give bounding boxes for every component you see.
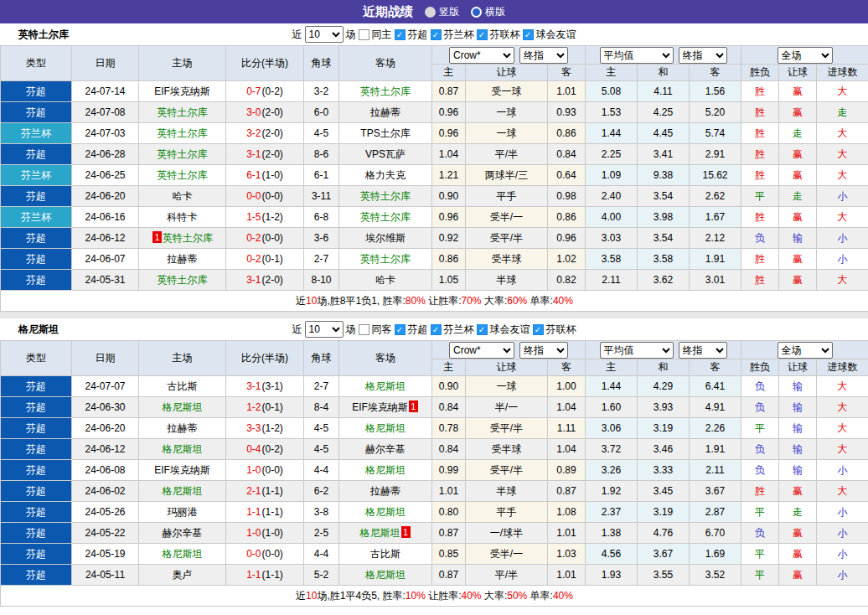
layout-radio-vertical[interactable]: 竖版 xyxy=(425,5,459,19)
half-score: (0-2) xyxy=(262,85,283,97)
avg-odds-draw: 3.19 xyxy=(638,502,690,523)
col-header: 日期 xyxy=(72,341,139,376)
home-team-name[interactable]: 格尼斯坦 xyxy=(163,401,203,413)
away-team-name[interactable]: TPS土尔库 xyxy=(360,127,410,139)
result-winloss-value: 平 xyxy=(755,422,765,434)
odds-stage-select[interactable]: 终指 xyxy=(519,47,568,64)
away-team-name[interactable]: 英特土尔库 xyxy=(360,253,411,265)
home-team-name[interactable]: 玛丽港 xyxy=(168,506,198,518)
away-team-name[interactable]: 拉赫蒂 xyxy=(370,106,400,118)
league-checkbox[interactable]: ✓ xyxy=(533,324,544,335)
league-checkbox[interactable]: ✓ xyxy=(477,29,488,40)
home-team-name[interactable]: 英特土尔库 xyxy=(158,274,208,286)
result-handicap: 输 xyxy=(779,376,817,397)
odds-header-group: Crow*终指 xyxy=(432,341,586,359)
scope-select[interactable]: 全场 xyxy=(778,47,833,64)
away-team-name[interactable]: 赫尔辛基 xyxy=(365,443,406,455)
corners: 4-4 xyxy=(304,460,339,481)
home-team-name[interactable]: 英特土尔库 xyxy=(158,169,208,181)
red-card-badge: 1 xyxy=(409,401,418,412)
half-score: (0-2) xyxy=(262,443,283,455)
away-team-name[interactable]: 格尼斯坦 xyxy=(365,569,406,581)
home-team-name[interactable]: 格尼斯坦 xyxy=(163,548,203,560)
bookmaker-select[interactable]: Crow* xyxy=(449,342,514,359)
bookmaker-select[interactable]: Crow* xyxy=(449,47,514,64)
match-count-select[interactable]: 10 xyxy=(305,321,344,338)
home-team-name[interactable]: 英特土尔库 xyxy=(158,148,208,160)
col-subheader: 胜负 xyxy=(741,65,779,81)
away-team-name[interactable]: 格力夫克 xyxy=(365,169,406,181)
avg-source-select[interactable]: 平均值 xyxy=(600,47,674,64)
avg-odds-away: 1.91 xyxy=(690,439,741,460)
home-team-name[interactable]: 英特土尔库 xyxy=(158,127,208,139)
away-team: 格尼斯坦 xyxy=(339,376,432,397)
full-score: 3-3 xyxy=(246,422,261,434)
full-score: 0-2 xyxy=(246,253,261,265)
home-team-name[interactable]: EIF埃克纳斯 xyxy=(154,85,210,97)
home-team-name[interactable]: 奥卢 xyxy=(173,569,193,581)
home-team: 英特土尔库 xyxy=(139,102,226,123)
home-team-name[interactable]: 格尼斯坦 xyxy=(163,485,203,497)
home-team-name[interactable]: 英特土尔库 xyxy=(163,232,213,244)
result-header-group: 全场 xyxy=(741,341,868,359)
home-team-name[interactable]: 格尼斯坦 xyxy=(163,443,203,455)
match-count-select[interactable]: 10 xyxy=(305,26,344,43)
league-checkbox[interactable]: ✓ xyxy=(431,324,442,335)
away-team-name[interactable]: 英特土尔库 xyxy=(360,211,411,223)
same-venue-checkbox[interactable] xyxy=(359,324,369,335)
result-goals: 大 xyxy=(817,123,868,144)
col-header: 客场 xyxy=(339,341,432,376)
avg-stage-select[interactable]: 终指 xyxy=(679,47,727,64)
result-handicap-value: 走 xyxy=(793,127,803,139)
away-team-name[interactable]: 埃尔维斯 xyxy=(365,232,406,244)
scope-select[interactable]: 全场 xyxy=(778,342,833,359)
league-cell: 芬超 xyxy=(1,270,72,291)
home-team-name[interactable]: 拉赫蒂 xyxy=(168,253,198,265)
away-team-name[interactable]: 格尼斯坦 xyxy=(365,380,406,392)
away-team-name[interactable]: 哈卡 xyxy=(375,274,395,286)
full-score: 3-2 xyxy=(246,127,261,139)
away-team-name[interactable]: VPS瓦萨 xyxy=(365,148,406,160)
home-team-name[interactable]: 拉赫蒂 xyxy=(168,422,198,434)
league-checkbox[interactable]: ✓ xyxy=(395,29,406,40)
away-team-name[interactable]: 格尼斯坦 xyxy=(365,506,406,518)
avg-odds-home: 1.93 xyxy=(586,565,638,586)
layout-radio-horizontal[interactable]: 横版 xyxy=(471,5,505,19)
away-team-name[interactable]: 英特土尔库 xyxy=(360,190,411,202)
away-team-name[interactable]: 格尼斯坦 xyxy=(360,527,400,539)
league-checkbox[interactable]: ✓ xyxy=(395,324,406,335)
league-cell: 芬兰杯 xyxy=(1,165,72,186)
away-team-name[interactable]: 英特土尔库 xyxy=(360,85,411,97)
result-winloss-value: 负 xyxy=(755,443,765,455)
col-subheader: 主 xyxy=(432,359,466,376)
avg-odds-home: 4.00 xyxy=(586,207,638,228)
home-team-name[interactable]: 科特卡 xyxy=(168,211,198,223)
away-team-name[interactable]: 格尼斯坦 xyxy=(365,464,406,476)
away-team-name[interactable]: 古比斯 xyxy=(370,548,400,560)
avg-stage-select[interactable]: 终指 xyxy=(679,342,727,359)
home-team-name[interactable]: 古比斯 xyxy=(168,380,198,392)
home-team-name[interactable]: 哈卡 xyxy=(173,190,193,202)
avg-source-select[interactable]: 平均值 xyxy=(600,342,674,359)
league-checkbox[interactable]: ✓ xyxy=(523,29,534,40)
result-winloss: 胜 xyxy=(741,144,779,165)
league-checkbox[interactable]: ✓ xyxy=(477,324,488,335)
full-score: 3-1 xyxy=(246,274,261,286)
home-team-name[interactable]: 赫尔辛基 xyxy=(163,527,203,539)
summary-segment: 单率: xyxy=(527,295,553,307)
home-team-name[interactable]: EIF埃克纳斯 xyxy=(154,464,210,476)
result-goals-value: 走 xyxy=(838,106,848,118)
odds-stage-select[interactable]: 终指 xyxy=(519,342,568,359)
score-cell: 2-1(1-1) xyxy=(226,481,304,502)
col-header: 类型 xyxy=(1,46,72,81)
away-team-name[interactable]: 拉赫蒂 xyxy=(370,485,400,497)
col-header: 角球 xyxy=(304,341,339,376)
same-venue-checkbox[interactable] xyxy=(359,29,369,40)
away-team: 哈卡 xyxy=(339,270,432,291)
league-checkbox[interactable]: ✓ xyxy=(431,29,442,40)
away-team-name[interactable]: 格尼斯坦 xyxy=(365,422,406,434)
result-goals: 小 xyxy=(817,565,868,586)
home-team-name[interactable]: 英特土尔库 xyxy=(158,106,208,118)
away-team-name[interactable]: EIF埃克纳斯 xyxy=(352,401,408,413)
avg-odds-home: 4.56 xyxy=(586,544,638,565)
